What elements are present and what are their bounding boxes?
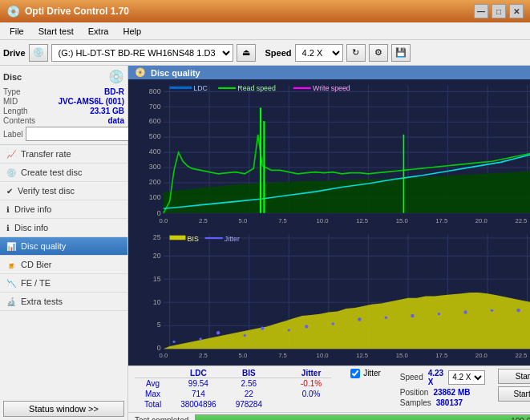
nav-cd-bier[interactable]: 🍺 CD Bier <box>0 256 127 274</box>
svg-text:5: 5 <box>157 321 161 329</box>
menu-file[interactable]: File <box>3 25 30 38</box>
nav-verify-test-disc[interactable]: ✔ Verify test disc <box>0 182 127 200</box>
stats-area: LDC BIS Jitter Avg 99.54 2.56 -0.1% <box>128 365 530 412</box>
svg-text:0: 0 <box>157 344 161 352</box>
disc-section-title: Disc <box>3 72 22 82</box>
close-button[interactable]: ✕ <box>509 4 524 18</box>
position-label: Position <box>400 388 429 397</box>
svg-text:500: 500 <box>149 132 161 140</box>
disc-image-icon: 💿 <box>108 69 124 84</box>
refresh-button[interactable]: ↻ <box>346 44 366 62</box>
svg-text:2.5: 2.5 <box>199 217 208 224</box>
jitter-checkbox[interactable] <box>350 369 360 378</box>
fe-te-icon: 📉 <box>6 279 16 288</box>
stats-max-row: Max 714 22 0.0% <box>135 389 331 399</box>
settings-button[interactable]: ⚙ <box>369 44 388 62</box>
drive-select[interactable]: (G:) HL-DT-ST BD-RE WH16NS48 1.D3 <box>51 44 233 62</box>
svg-text:BIS: BIS <box>188 235 199 243</box>
max-bis: 22 <box>226 389 272 399</box>
nav-extra-tests[interactable]: 🔬 Extra tests <box>0 293 127 311</box>
nav-transfer-rate[interactable]: 📈 Transfer rate <box>0 145 127 164</box>
svg-text:0.0: 0.0 <box>159 217 168 224</box>
svg-point-100 <box>463 310 467 313</box>
svg-text:15.0: 15.0 <box>396 217 408 224</box>
menu-help[interactable]: Help <box>116 25 148 38</box>
svg-text:17.5: 17.5 <box>435 217 447 224</box>
svg-text:400: 400 <box>149 147 161 155</box>
disc-quality-title: Disc quality <box>151 68 200 78</box>
max-ldc: 714 <box>171 389 226 399</box>
length-key: Length <box>3 107 28 115</box>
minimize-button[interactable]: — <box>474 4 488 18</box>
total-ldc: 38004896 <box>171 399 226 410</box>
svg-text:300: 300 <box>149 163 161 171</box>
speed-select[interactable]: 4.2 X <box>295 44 343 62</box>
length-value: 23.31 GB <box>90 107 124 115</box>
svg-text:12.5: 12.5 <box>356 352 368 359</box>
contents-value: data <box>107 116 124 125</box>
svg-point-91 <box>244 334 246 337</box>
maximize-button[interactable]: □ <box>492 4 506 18</box>
svg-text:Read speed: Read speed <box>237 84 276 92</box>
type-value: BD-R <box>104 87 124 96</box>
label-input[interactable] <box>26 127 132 141</box>
svg-rect-42 <box>170 87 192 89</box>
chart1-container: 0 100 200 300 400 500 600 700 800 2X 4X … <box>130 81 530 228</box>
position-value: 23862 MB <box>433 388 470 397</box>
mid-value: JVC-AMS6L (001) <box>58 97 124 106</box>
mid-key: MID <box>3 97 18 106</box>
svg-point-92 <box>261 326 264 329</box>
svg-point-89 <box>199 337 201 340</box>
progress-bar: 100.0% <box>195 414 530 420</box>
nav-drive-info[interactable]: ℹ Drive info <box>0 200 127 219</box>
svg-text:7.5: 7.5 <box>278 217 287 224</box>
menu-start-test[interactable]: Start test <box>32 25 80 38</box>
status-text: Test completed <box>131 415 192 420</box>
samples-label: Samples <box>400 398 431 407</box>
nav-fe-te[interactable]: 📉 FE / TE <box>0 274 127 293</box>
menu-bar: File Start test Extra Help <box>0 22 530 40</box>
progress-bar-fill <box>196 415 530 420</box>
svg-text:22.5: 22.5 <box>515 352 527 359</box>
disc-quality-icon: 📊 <box>6 242 16 251</box>
svg-text:Jitter: Jitter <box>225 235 240 243</box>
svg-point-94 <box>305 325 308 328</box>
svg-point-93 <box>288 329 290 331</box>
svg-point-90 <box>216 331 220 334</box>
speed-label: Speed <box>265 48 292 58</box>
status-window-button[interactable]: Status window >> <box>3 401 124 417</box>
drive-info-icon: ℹ <box>6 205 10 214</box>
svg-text:0.0: 0.0 <box>159 352 168 359</box>
menu-extra[interactable]: Extra <box>82 25 115 38</box>
svg-text:20: 20 <box>153 251 161 259</box>
app-title: Opti Drive Control 1.70 <box>25 6 129 17</box>
nav-create-test-disc[interactable]: 💿 Create test disc <box>0 164 127 182</box>
drive-icon-button[interactable]: 💿 <box>29 44 48 62</box>
svg-text:Write speed: Write speed <box>313 84 350 92</box>
svg-text:10.0: 10.0 <box>317 352 329 359</box>
nav-disc-quality[interactable]: 📊 Disc quality <box>0 237 127 256</box>
nav-disc-info[interactable]: ℹ Disc info <box>0 219 127 237</box>
toolbar: Drive 💿 (G:) HL-DT-ST BD-RE WH16NS48 1.D… <box>0 40 530 66</box>
app-icon: 💿 <box>6 5 20 18</box>
speed-dropdown[interactable]: 4.2 X <box>448 370 485 385</box>
speed-position-group: Speed 4.23 X 4.2 X Position 23862 MB Sam… <box>400 369 485 407</box>
avg-label: Avg <box>135 378 171 389</box>
svg-text:5.0: 5.0 <box>239 217 248 224</box>
contents-key: Contents <box>3 116 35 125</box>
start-full-button[interactable]: Start full <box>498 369 530 384</box>
sidebar: Disc 💿 Type BD-R MID JVC-AMS6L (001) Len… <box>0 66 128 420</box>
save-button[interactable]: 💾 <box>391 44 411 62</box>
svg-text:15: 15 <box>153 274 161 282</box>
charts-area: 0 100 200 300 400 500 600 700 800 2X 4X … <box>128 79 530 365</box>
svg-text:200: 200 <box>149 178 161 186</box>
start-part-button[interactable]: Start part <box>498 386 530 402</box>
eject-button[interactable]: ⏏ <box>237 44 256 62</box>
jitter-checkbox-label: Jitter <box>363 369 381 378</box>
progress-section: Test completed 100.0% 31:29 <box>128 412 530 420</box>
svg-text:20.0: 20.0 <box>475 217 488 224</box>
stats-avg-row: Avg 99.54 2.56 -0.1% <box>135 378 331 389</box>
max-label: Max <box>135 389 171 399</box>
svg-point-101 <box>491 309 493 311</box>
right-panel: 📀 Disc quality <box>128 66 530 420</box>
